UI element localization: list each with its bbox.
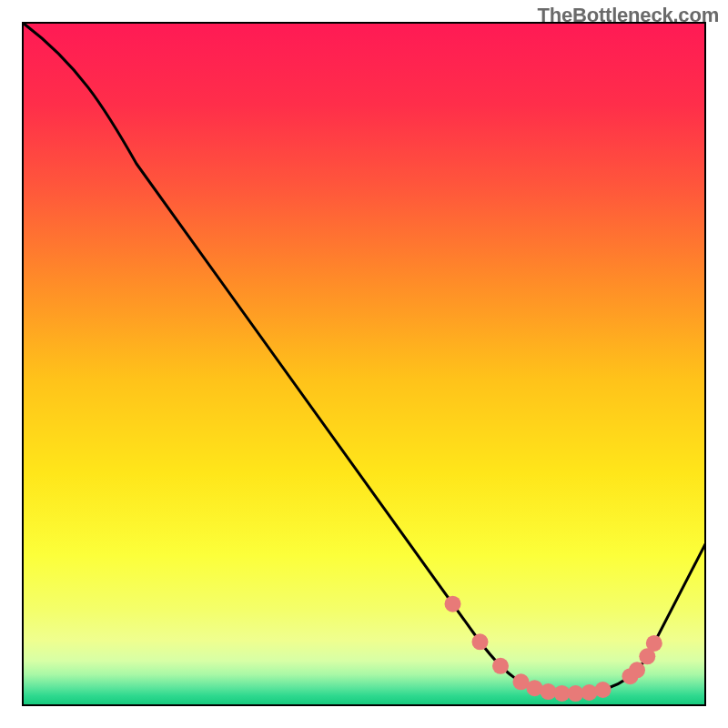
sample-dot <box>629 662 645 678</box>
bottleneck-chart <box>0 0 728 728</box>
sample-dot <box>472 633 489 650</box>
sample-dot <box>595 682 612 698</box>
sample-dot <box>527 680 543 696</box>
sample-dot <box>492 658 509 674</box>
sample-dot <box>445 596 461 612</box>
sample-dot <box>581 684 598 701</box>
chart-container: TheBottleneck.com <box>0 0 728 728</box>
plot-background <box>23 23 705 705</box>
sample-dot <box>646 635 662 652</box>
